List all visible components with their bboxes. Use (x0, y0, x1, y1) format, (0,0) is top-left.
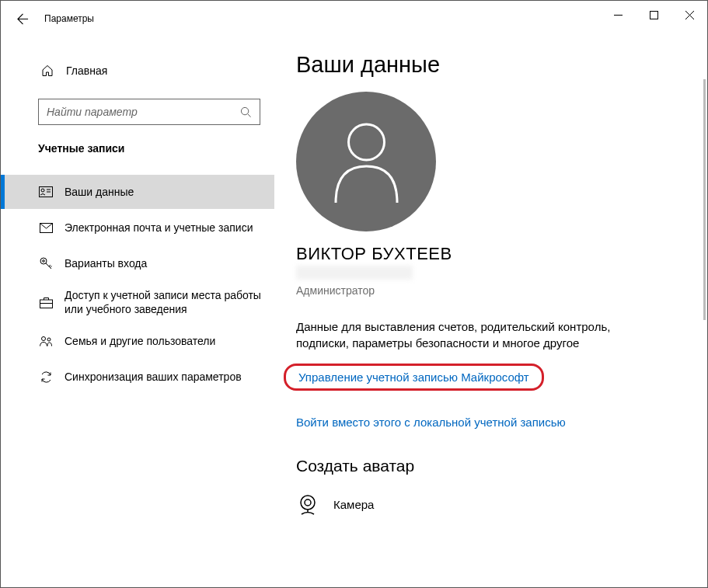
camera-label: Камера (333, 498, 374, 511)
user-placeholder-icon (330, 121, 403, 203)
sidebar-item-signin[interactable]: Варианты входа (1, 246, 274, 280)
search-input[interactable] (47, 106, 240, 118)
svg-point-9 (47, 338, 51, 341)
page-title: Ваши данные (296, 52, 676, 78)
svg-point-6 (42, 259, 44, 262)
search-container (1, 99, 274, 125)
sidebar-item-label: Варианты входа (65, 250, 147, 277)
svg-point-11 (301, 496, 315, 510)
window-controls (600, 1, 707, 29)
back-button[interactable] (5, 2, 40, 36)
key-icon (38, 257, 54, 270)
sidebar-item-label: Синхронизация ваших параметров (65, 364, 242, 390)
camera-option[interactable]: Камера (296, 492, 676, 516)
user-display-name: ВИКТОР БУХТЕЕВ (296, 244, 676, 264)
camera-icon (296, 492, 319, 516)
sidebar-item-family[interactable]: Семья и другие пользователи (1, 324, 274, 358)
svg-point-5 (40, 258, 47, 264)
svg-rect-0 (650, 11, 657, 19)
sidebar: Главная Учетные записи Ваши данные (1, 37, 274, 587)
minimize-button[interactable] (600, 1, 636, 29)
svg-point-1 (241, 107, 248, 114)
svg-point-8 (42, 336, 46, 340)
sidebar-home-label: Главная (66, 64, 107, 77)
titlebar: Параметры (1, 1, 707, 37)
account-description: Данные для выставления счетов, родительс… (296, 318, 654, 351)
window-title: Параметры (44, 13, 94, 24)
briefcase-icon (38, 297, 54, 308)
search-box[interactable] (38, 99, 260, 125)
content-area: Главная Учетные записи Ваши данные (1, 37, 707, 587)
user-email-blurred (296, 266, 413, 280)
main-panel: Ваши данные ВИКТОР БУХТЕЕВ Администратор… (274, 37, 707, 587)
svg-point-3 (41, 189, 44, 192)
sidebar-item-email[interactable]: Электронная почта и учетные записи (1, 210, 274, 245)
user-card-icon (38, 186, 54, 197)
svg-point-10 (348, 124, 384, 160)
sidebar-item-sync[interactable]: Синхронизация ваших параметров (1, 360, 274, 394)
sync-icon (38, 371, 54, 384)
sidebar-item-label: Семья и другие пользователи (65, 328, 215, 354)
sidebar-item-your-info[interactable]: Ваши данные (1, 175, 274, 209)
maximize-icon (650, 11, 658, 19)
people-icon (38, 336, 54, 347)
arrow-left-icon (17, 13, 29, 25)
sidebar-item-label: Электронная почта и учетные записи (65, 214, 253, 241)
sidebar-item-label: Доступ к учетной записи места работы или… (65, 282, 262, 322)
mail-icon (38, 223, 54, 233)
svg-rect-7 (40, 300, 52, 308)
minimize-icon (614, 11, 623, 19)
search-icon (240, 106, 252, 118)
close-icon (685, 11, 694, 19)
sidebar-nav: Ваши данные Электронная почта и учетные … (1, 175, 274, 394)
user-role: Администратор (296, 284, 676, 297)
sidebar-section-title: Учетные записи (1, 142, 274, 155)
sidebar-item-label: Ваши данные (65, 179, 134, 205)
avatar[interactable] (296, 92, 436, 231)
close-button[interactable] (671, 1, 707, 29)
maximize-button[interactable] (636, 1, 671, 29)
sidebar-home[interactable]: Главная (1, 57, 274, 85)
manage-microsoft-account-link[interactable]: Управление учетной записью Майкрософт (284, 364, 544, 391)
svg-point-12 (305, 499, 311, 506)
scrollbar[interactable] (703, 79, 706, 320)
sign-in-local-account-link[interactable]: Войти вместо этого с локальной учетной з… (296, 416, 676, 429)
home-icon (40, 64, 55, 77)
sidebar-item-work[interactable]: Доступ к учетной записи места работы или… (1, 282, 274, 322)
create-avatar-heading: Создать аватар (296, 457, 676, 475)
